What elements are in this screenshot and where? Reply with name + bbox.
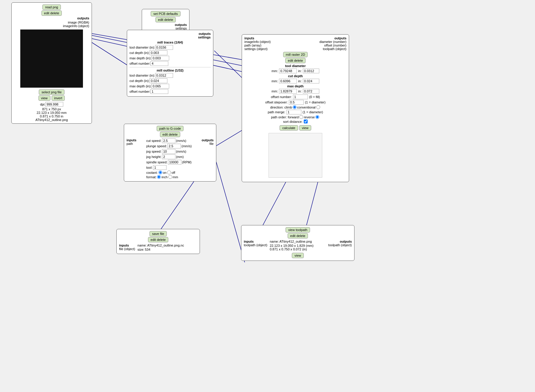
name-value-vtp: ATtiny412_outline.png	[279, 240, 312, 243]
inputs-item-toolpath-vtp: toolpath (object)	[244, 243, 267, 247]
view-btn-raster[interactable]: view	[299, 125, 311, 131]
coolant-off-radio[interactable]	[167, 171, 171, 174]
cut-speed-input[interactable]	[162, 138, 175, 143]
plunge-speed-input[interactable]	[167, 144, 181, 148]
read-png-btn[interactable]: read png	[42, 4, 61, 10]
in-info: 0.871 x 0.750 in	[14, 114, 89, 118]
sort-distance-checkbox[interactable]	[304, 120, 308, 123]
path-gcode-node: path to G-code edit delete inputs path c…	[124, 124, 216, 182]
offset-number-raster[interactable]	[293, 94, 308, 99]
edit-delete-btn-gcode[interactable]: edit delete	[160, 132, 181, 137]
spindle-speed-input[interactable]	[168, 160, 181, 165]
cut-depth-mm[interactable]	[279, 79, 297, 83]
view-btn-readpng[interactable]: view	[38, 95, 50, 101]
size-value-save: 534	[145, 248, 150, 251]
svg-line-3	[214, 51, 242, 78]
tool-diam-input-1[interactable]	[155, 45, 173, 50]
name-label-save: name:	[138, 244, 147, 247]
outputs-item-toolpath-vtp: toolpath (object)	[328, 243, 352, 247]
outputs-label-vtp: outputs	[328, 240, 352, 243]
offset-stepover[interactable]	[289, 100, 304, 105]
image-preview	[20, 30, 83, 88]
save-file-btn[interactable]: save file	[149, 231, 167, 236]
coolant-on-radio[interactable]	[158, 171, 162, 174]
format-inch-radio[interactable]	[157, 175, 161, 179]
calculate-btn[interactable]: calculate	[280, 125, 298, 131]
outputs-item-offset: offset (number)	[320, 44, 346, 47]
max-depth-label-1: max depth (in):	[129, 56, 151, 60]
tool-diam-mm[interactable]	[279, 69, 297, 73]
px-info: 871 x 750 px	[14, 107, 89, 111]
cut-depth-in[interactable]	[303, 79, 319, 83]
mill-raster-title-btn[interactable]: mill raster 2D	[283, 52, 308, 57]
path-order-forward-radio[interactable]	[299, 115, 303, 119]
path-order-reverse-radio[interactable]	[315, 115, 319, 119]
dim-in-vtp: 0.871 x 0.750 x 0.072 (in)	[270, 247, 326, 251]
cut-depth-input-2[interactable]	[149, 78, 167, 83]
max-depth-input-1[interactable]	[151, 56, 169, 61]
outputs-item-settings-mill: settings	[198, 35, 211, 39]
inputs-label-vtp: inputs	[244, 240, 267, 243]
invert-btn[interactable]: invert	[52, 95, 65, 101]
path-gcode-title-btn[interactable]: path to G-code	[157, 126, 184, 131]
edit-delete-btn-save[interactable]: edit delete	[148, 237, 169, 242]
outputs-item-toolpath: toolpath (object)	[320, 47, 346, 51]
tool-diam-label-2: tool diameter (in):	[129, 74, 155, 77]
raster-preview-canvas	[269, 133, 322, 178]
mill-traces-node: outputs settings mill traces (1/64) tool…	[127, 30, 213, 97]
inputs-label-gcode: inputs	[127, 138, 136, 142]
outputs-item-rgba: image (RGBA)	[14, 21, 89, 24]
svg-line-7	[214, 155, 245, 262]
set-pcb-btn[interactable]: set PCB defaults	[151, 11, 181, 16]
offset-num-label-2: offset number:	[129, 90, 150, 93]
max-depth-in[interactable]	[303, 89, 319, 94]
format-mm-radio[interactable]	[168, 175, 172, 179]
outputs-item-file-gcode: file	[202, 142, 214, 145]
edit-delete-btn-raster[interactable]: edit delete	[285, 58, 306, 63]
outputs-label-gcode: outputs	[202, 138, 214, 142]
view-btn-vtp[interactable]: view	[292, 253, 304, 258]
tool-diam-input-2[interactable]	[155, 73, 173, 78]
path-merge[interactable]	[286, 110, 301, 114]
offset-num-input-2[interactable]	[150, 89, 168, 94]
offset-num-input-1[interactable]	[150, 61, 168, 66]
outputs-item-imageinfo: imageInfo (object)	[14, 24, 89, 28]
jog-height-input[interactable]	[162, 154, 175, 159]
tool-input[interactable]	[153, 165, 166, 170]
view-toolpath-node: view toolpath edit delete inputs toolpat…	[241, 225, 354, 261]
inputs-label-save: inputs	[119, 244, 135, 247]
outputs-label-pcb: outputs	[144, 23, 187, 27]
set-pcb-node: set PCB defaults edit delete outputs set…	[142, 9, 189, 32]
view-toolpath-btn[interactable]: view toolpath	[286, 227, 310, 233]
outputs-label-mill: outputs	[199, 32, 211, 35]
mm-info: 22.123 x 19.050 mm	[14, 111, 89, 114]
cut-depth-label-2: cut depth (in):	[129, 79, 149, 83]
dpi-label: dpi:	[40, 103, 45, 106]
outputs-label-raster: outputs	[320, 36, 346, 40]
filename-info: ATtiny412_outline.png	[14, 118, 89, 122]
inputs-item-file-save: file (object)	[119, 247, 135, 251]
name-value-save: ATtiny412_outline.png.nc	[147, 244, 184, 247]
max-depth-input-2[interactable]	[151, 84, 169, 89]
mill-raster-node: inputs imageInfo (object) path (array) s…	[242, 34, 349, 182]
offset-num-label-1: offset number:	[129, 62, 150, 65]
max-depth-mm[interactable]	[279, 89, 297, 94]
cut-depth-input-1[interactable]	[149, 50, 167, 55]
mill-outline-title: mill outline (1/32)	[129, 69, 211, 72]
edit-delete-btn-readpng[interactable]: edit delete	[41, 10, 62, 16]
direction-climb-radio[interactable]	[293, 105, 297, 109]
dpi-input[interactable]	[45, 102, 63, 107]
tool-diam-label-1: tool diameter (in):	[129, 46, 155, 49]
edit-delete-btn-vtp[interactable]: edit delete	[288, 233, 308, 238]
size-label-save: size:	[138, 248, 144, 251]
inputs-item-path-gcode: path	[127, 142, 136, 145]
jog-speed-input[interactable]	[162, 149, 175, 154]
cut-depth-label-1: cut depth (in):	[129, 51, 149, 55]
edit-delete-btn-pcb[interactable]: edit delete	[155, 17, 176, 22]
mill-traces-title: mill traces (1/64)	[129, 41, 211, 44]
select-png-btn[interactable]: select png file	[39, 89, 64, 95]
direction-conventional-radio[interactable]	[316, 105, 320, 109]
name-label-vtp: name:	[270, 240, 279, 243]
tool-diam-in[interactable]	[303, 69, 319, 73]
inputs-label-raster: inputs	[244, 36, 271, 40]
